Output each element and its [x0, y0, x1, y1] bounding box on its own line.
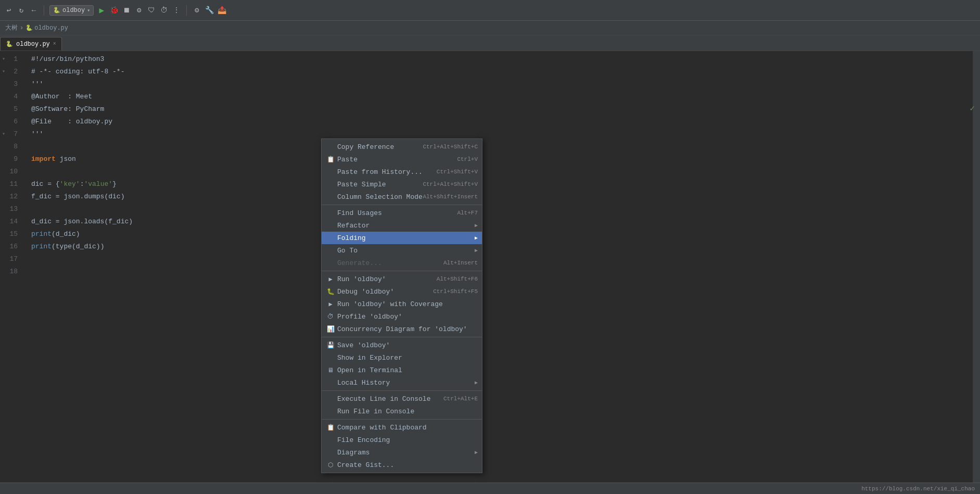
- menu-item-label-run-coverage: Run 'oldboy' with Coverage: [337, 300, 478, 308]
- menu-item-create-gist[interactable]: ⬡Create Gist...: [322, 459, 482, 471]
- menu-item-concurrency-diagram[interactable]: 📊Concurrency Diagram for 'oldboy': [322, 323, 482, 335]
- menu-item-debug-oldboy[interactable]: 🐛Debug 'oldboy'Ctrl+Shift+F5: [322, 285, 482, 298]
- menu-item-compare-clipboard[interactable]: 📋Compare with Clipboard: [322, 421, 482, 434]
- menu-item-refactor[interactable]: Refactor▶: [322, 219, 482, 232]
- tab-file-icon: 🐍: [6, 41, 13, 47]
- fold-arrow-icon[interactable]: ▾: [2, 128, 5, 141]
- menu-item-file-encoding[interactable]: File Encoding: [322, 434, 482, 446]
- tab-close-button[interactable]: ×: [53, 41, 56, 47]
- menu-item-run-file-console[interactable]: Run File in Console: [322, 405, 482, 417]
- line-number-label: 13: [9, 203, 18, 216]
- menu-item-label-go-to: Go To: [337, 247, 473, 255]
- code-line: @Software: PyCharm: [31, 103, 973, 116]
- code-line: d_dic = json.loads(f_dic): [31, 216, 973, 228]
- profile-button[interactable]: ⏱: [159, 6, 169, 15]
- menu-item-icon-run-file-console: [326, 407, 335, 416]
- code-line: [31, 141, 973, 153]
- more-button[interactable]: ⋮: [172, 6, 181, 15]
- debug-button[interactable]: 🐞: [109, 6, 119, 15]
- undo-icon[interactable]: ↩: [4, 6, 14, 15]
- build-button[interactable]: ⚙: [134, 6, 144, 15]
- menu-item-label-generate: Generate...: [337, 259, 443, 267]
- run-button[interactable]: ▶: [97, 6, 106, 15]
- breadcrumb-project[interactable]: 大树: [5, 23, 18, 32]
- menu-item-label-file-encoding: File Encoding: [337, 436, 478, 444]
- menu-item-label-concurrency-diagram: Concurrency Diagram for 'oldboy': [337, 325, 478, 333]
- menu-item-shortcut-generate: Alt+Insert: [443, 260, 478, 266]
- menu-item-shortcut-column-selection: Alt+Shift+Insert: [423, 194, 478, 200]
- share-icon[interactable]: 📤: [217, 6, 226, 15]
- tab-oldboy[interactable]: 🐍 oldboy.py ×: [0, 37, 62, 50]
- menu-item-shortcut-paste-history: Ctrl+Shift+V: [437, 169, 478, 175]
- breadcrumb-file[interactable]: oldboy.py: [34, 24, 68, 32]
- line-number: ▾2: [0, 66, 22, 78]
- menu-item-folding[interactable]: Folding▶: [322, 232, 482, 244]
- settings-icon[interactable]: ⚙: [192, 6, 201, 15]
- menu-item-local-history[interactable]: Local History▶: [322, 376, 482, 389]
- menu-item-arrow-diagrams: ▶: [475, 449, 478, 455]
- back-icon[interactable]: ←: [29, 6, 39, 15]
- menu-item-shortcut-paste: Ctrl+V: [457, 156, 478, 162]
- line-number: 17: [0, 253, 22, 265]
- redo-icon[interactable]: ↻: [17, 6, 26, 15]
- line-number: ▾1: [0, 53, 22, 66]
- line-number: 4: [0, 91, 22, 103]
- line-number-label: 6: [14, 116, 18, 128]
- menu-item-paste-history[interactable]: Paste from History...Ctrl+Shift+V: [322, 166, 482, 178]
- line-number-label: 8: [14, 141, 18, 153]
- menu-item-icon-open-terminal: 🖥: [326, 365, 335, 375]
- run-config-dropdown[interactable]: 🐍 oldboy ▾: [49, 5, 94, 16]
- menu-item-label-execute-line: Execute Line in Console: [337, 395, 443, 403]
- line-number: 15: [0, 228, 22, 240]
- menu-item-icon-save-oldboy: 💾: [326, 340, 335, 350]
- menu-item-run-coverage[interactable]: ▶Run 'oldboy' with Coverage: [322, 298, 482, 310]
- code-line: @Author : Meet: [31, 91, 973, 103]
- menu-item-icon-paste-simple: [326, 180, 335, 189]
- menu-item-go-to[interactable]: Go To▶: [322, 244, 482, 257]
- menu-item-label-diagrams: Diagrams: [337, 449, 473, 457]
- coverage-button[interactable]: 🛡: [147, 6, 156, 15]
- menu-item-label-run-file-console: Run File in Console: [337, 408, 478, 415]
- menu-item-icon-folding: [326, 233, 335, 243]
- tab-bar: 🐍 oldboy.py ×: [0, 35, 980, 51]
- menu-item-icon-copy-reference: [326, 142, 335, 151]
- menu-item-generate: Generate...Alt+Insert: [322, 257, 482, 269]
- fold-arrow-icon[interactable]: ▾: [2, 66, 5, 78]
- line-number-label: 15: [9, 228, 18, 240]
- line-number-label: 5: [14, 103, 18, 116]
- menu-item-show-explorer[interactable]: Show in Explorer: [322, 351, 482, 364]
- menu-item-diagrams[interactable]: Diagrams▶: [322, 446, 482, 459]
- menu-item-paste-simple[interactable]: Paste SimpleCtrl+Alt+Shift+V: [322, 178, 482, 191]
- breadcrumb-bar: 大树 › 🐍 oldboy.py: [0, 21, 980, 35]
- menu-item-label-paste-history: Paste from History...: [337, 168, 437, 176]
- code-line: [31, 265, 973, 278]
- menu-item-column-selection[interactable]: Column Selection ModeAlt+Shift+Insert: [322, 191, 482, 203]
- menu-item-label-paste: Paste: [337, 156, 457, 163]
- menu-item-label-profile-oldboy: Profile 'oldboy': [337, 313, 478, 321]
- code-line: [31, 166, 973, 178]
- menu-item-paste[interactable]: 📋PasteCtrl+V: [322, 153, 482, 166]
- menu-item-shortcut-debug-oldboy: Ctrl+Shift+F5: [433, 288, 478, 295]
- line-number-label: 9: [14, 153, 18, 166]
- menu-item-profile-oldboy[interactable]: ⏱Profile 'oldboy': [322, 310, 482, 323]
- menu-item-icon-go-to: [326, 246, 335, 255]
- stop-button[interactable]: ⏹: [122, 6, 131, 15]
- tools-icon[interactable]: 🔧: [205, 6, 214, 15]
- menu-item-copy-reference[interactable]: Copy ReferenceCtrl+Alt+Shift+C: [322, 141, 482, 153]
- menu-item-save-oldboy[interactable]: 💾Save 'oldboy': [322, 339, 482, 351]
- line-number-label: 4: [14, 91, 18, 103]
- menu-item-execute-line[interactable]: Execute Line in ConsoleCtrl+Alt+E: [322, 392, 482, 405]
- code-line: print(d_dic): [31, 228, 973, 240]
- code-editor[interactable]: #!/usr/bin/python3# -*- coding: utf-8 -*…: [26, 51, 973, 494]
- line-number: ▾7: [0, 128, 22, 141]
- breadcrumb-separator: ›: [20, 24, 23, 32]
- menu-item-label-debug-oldboy: Debug 'oldboy': [337, 288, 433, 296]
- code-line: #!/usr/bin/python3: [31, 53, 973, 66]
- menu-item-run-oldboy[interactable]: ▶Run 'oldboy'Alt+Shift+F6: [322, 273, 482, 285]
- line-number-label: 18: [9, 265, 18, 278]
- menu-item-find-usages[interactable]: Find UsagesAlt+F7: [322, 207, 482, 219]
- vertical-scrollbar[interactable]: [973, 51, 980, 494]
- menu-item-open-terminal[interactable]: 🖥Open in Terminal: [322, 364, 482, 376]
- menu-item-icon-diagrams: [326, 448, 335, 457]
- fold-arrow-icon[interactable]: ▾: [2, 53, 5, 66]
